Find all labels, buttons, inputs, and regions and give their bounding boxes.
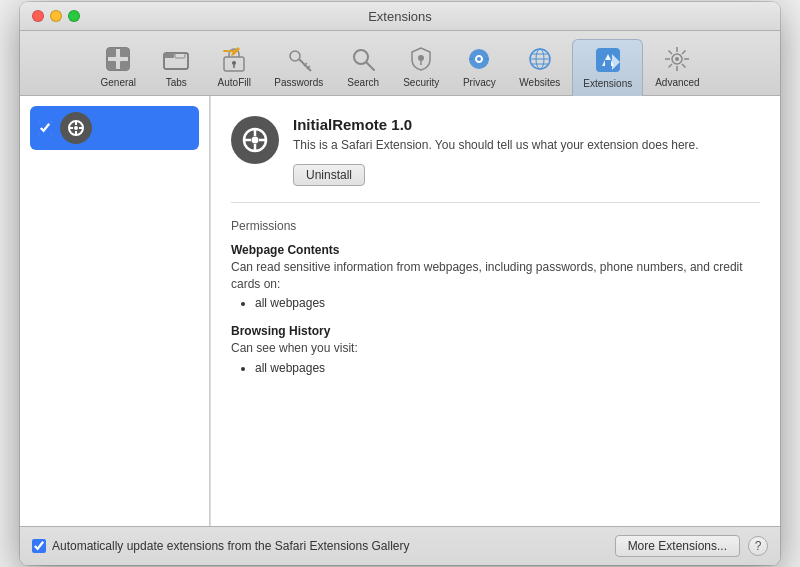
toolbar-item-search[interactable]: Search <box>335 39 391 95</box>
autofill-icon <box>218 43 250 75</box>
svg-rect-2 <box>107 61 116 70</box>
svg-line-38 <box>669 51 673 55</box>
toolbar: General Tabs <box>20 31 780 96</box>
svg-line-41 <box>669 64 673 68</box>
svg-rect-3 <box>120 48 129 57</box>
sidebar <box>20 96 210 526</box>
privacy-icon <box>463 43 495 75</box>
more-extensions-button[interactable]: More Extensions... <box>615 535 740 557</box>
websites-label: Websites <box>519 77 560 88</box>
permission-list-history: all webpages <box>231 361 760 375</box>
security-icon <box>405 43 437 75</box>
auto-update-label: Automatically update extensions from the… <box>52 539 410 553</box>
sidebar-extension-icon <box>60 112 92 144</box>
svg-point-51 <box>252 137 259 144</box>
permission-list-item: all webpages <box>255 296 760 310</box>
svg-point-44 <box>74 126 78 130</box>
search-label: Search <box>347 77 379 88</box>
tabs-icon <box>160 43 192 75</box>
toolbar-item-autofill[interactable]: AutoFill <box>206 39 262 95</box>
passwords-icon <box>283 43 315 75</box>
permission-group-webpage: Webpage Contents Can read sensitive info… <box>231 243 760 311</box>
permission-group-history: Browsing History Can see when you visit:… <box>231 324 760 375</box>
svg-line-18 <box>366 62 374 70</box>
extensions-icon <box>592 44 624 76</box>
svg-line-39 <box>682 64 686 68</box>
title-bar: Extensions <box>20 2 780 31</box>
toolbar-item-privacy[interactable]: Privacy <box>451 39 507 95</box>
advanced-icon <box>661 43 693 75</box>
svg-point-33 <box>675 57 679 61</box>
general-label: General <box>101 77 137 88</box>
svg-point-9 <box>232 61 236 65</box>
extension-header: InitialRemote 1.0 This is a Safari Exten… <box>231 116 760 203</box>
permission-title-webpage: Webpage Contents <box>231 243 760 257</box>
svg-rect-31 <box>605 60 611 68</box>
toolbar-item-advanced[interactable]: Advanced <box>645 39 709 95</box>
preferences-window: Extensions General <box>20 2 780 565</box>
svg-point-19 <box>418 55 424 61</box>
window-title: Extensions <box>368 9 432 24</box>
extension-enabled-checkbox[interactable] <box>38 121 52 135</box>
footer: Automatically update extensions from the… <box>20 526 780 565</box>
advanced-label: Advanced <box>655 77 699 88</box>
toolbar-item-extensions[interactable]: Extensions <box>572 39 643 96</box>
permission-title-history: Browsing History <box>231 324 760 338</box>
toolbar-item-websites[interactable]: Websites <box>509 39 570 95</box>
extension-info: InitialRemote 1.0 This is a Safari Exten… <box>293 116 699 186</box>
svg-rect-4 <box>120 61 129 70</box>
extension-name: InitialRemote 1.0 <box>293 116 699 133</box>
extension-detail: InitialRemote 1.0 This is a Safari Exten… <box>210 96 780 526</box>
tabs-label: Tabs <box>166 77 187 88</box>
help-button[interactable]: ? <box>748 536 768 556</box>
toolbar-item-tabs[interactable]: Tabs <box>148 39 204 95</box>
privacy-label: Privacy <box>463 77 496 88</box>
svg-line-40 <box>682 51 686 55</box>
extension-description: This is a Safari Extension. You should t… <box>293 137 699 154</box>
traffic-lights <box>32 10 80 22</box>
extensions-label: Extensions <box>583 78 632 89</box>
svg-rect-6 <box>164 53 174 58</box>
main-content: InitialRemote 1.0 This is a Safari Exten… <box>20 96 780 526</box>
permission-desc-webpage: Can read sensitive information from webp… <box>231 259 760 293</box>
security-label: Security <box>403 77 439 88</box>
permissions-heading: Permissions <box>231 219 760 233</box>
sidebar-item-initialremote[interactable] <box>30 106 199 150</box>
svg-rect-1 <box>107 48 116 57</box>
extension-large-icon <box>231 116 279 164</box>
auto-update-checkbox[interactable] <box>32 539 46 553</box>
maximize-button[interactable] <box>68 10 80 22</box>
websites-icon <box>524 43 556 75</box>
permission-desc-history: Can see when you visit: <box>231 340 760 357</box>
toolbar-item-security[interactable]: Security <box>393 39 449 95</box>
toolbar-item-passwords[interactable]: Passwords <box>264 39 333 95</box>
svg-point-22 <box>477 57 481 61</box>
minimize-button[interactable] <box>50 10 62 22</box>
permission-list-webpage: all webpages <box>231 296 760 310</box>
search-icon <box>347 43 379 75</box>
footer-left: Automatically update extensions from the… <box>32 539 410 553</box>
permission-list-item: all webpages <box>255 361 760 375</box>
permissions-section: Permissions Webpage Contents Can read se… <box>231 219 760 375</box>
autofill-label: AutoFill <box>218 77 251 88</box>
toolbar-item-general[interactable]: General <box>90 39 146 95</box>
close-button[interactable] <box>32 10 44 22</box>
passwords-label: Passwords <box>274 77 323 88</box>
general-icon <box>102 43 134 75</box>
footer-right: More Extensions... ? <box>615 535 768 557</box>
uninstall-button[interactable]: Uninstall <box>293 164 365 186</box>
